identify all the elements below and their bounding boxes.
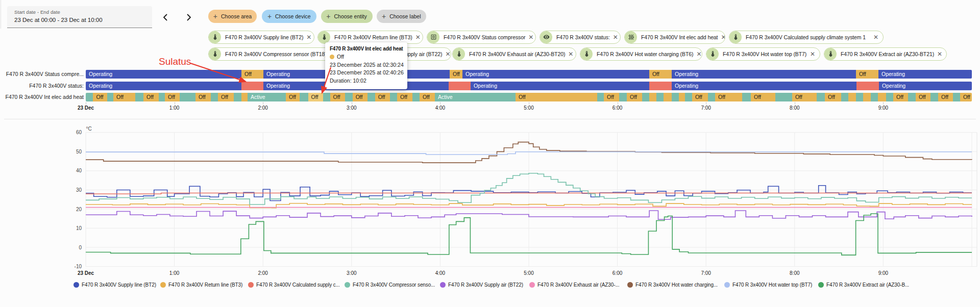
chart-y-tick-label: -10 [75, 264, 82, 269]
legend-label: F470 R 3x400V Supply line (BT2) [82, 282, 156, 288]
timeline-tooltip: F470 R 3x400V Int elec add heat Off 23 D… [325, 42, 407, 89]
legend-label: F470 R 3x400V Hot water top (BT7) [732, 282, 812, 288]
legend-label: F470 R 3x400V Supply air (BT22) [448, 282, 523, 288]
legend-dot [440, 282, 446, 288]
chart-x-tick-label: 6:00 [612, 270, 623, 276]
tooltip-state: Off [337, 54, 344, 60]
chart-y-tick-label: 30 [76, 187, 82, 193]
chart-x-tick-label: 2:00 [258, 270, 268, 276]
tooltip-title: F470 R 3x400V Int elec add heat [330, 46, 403, 52]
legend-dot [74, 282, 79, 288]
legend-label: F470 R 3x400V Exhaust air (AZ30-... [537, 282, 619, 288]
chart-x-tick-label: 3:00 [347, 270, 357, 276]
chart-x-tick-label: 4:00 [435, 270, 446, 276]
chart-y-tick-label: 40 [76, 168, 82, 173]
legend-item[interactable]: F470 R 3x400V Calculated supply c... [248, 282, 340, 288]
chart-unit-label: °C [86, 126, 92, 132]
legend-item[interactable]: F470 R 3x400V Supply line (BT2) [74, 282, 156, 288]
tooltip-start-time: 23 December 2025 at 02:30:24 [330, 62, 403, 68]
legend-dot [818, 282, 824, 288]
legend-item[interactable]: F470 R 3x400V Hot water top (BT7) [724, 282, 812, 288]
legend-item[interactable]: F470 R 3x400V Exhaust air (AZ30-... [529, 282, 619, 288]
legend-item[interactable]: F470 R 3x400V Extract air (AZ30-B... [818, 282, 909, 288]
legend-item[interactable]: F470 R 3x400V Hot water charging... [627, 282, 718, 288]
legend-dot [248, 282, 254, 288]
legend-dot [627, 282, 633, 288]
tooltip-duration: Duration: 10:02 [330, 78, 403, 84]
chart-y-tick-label: 10 [76, 225, 82, 231]
tooltip-state-dot [330, 55, 334, 59]
chart-x-tick-label: 7:00 [701, 270, 711, 276]
chart-y-tick-label: 0 [79, 245, 82, 250]
legend-item[interactable]: F470 R 3x400V Compressor senso... [345, 282, 435, 288]
legend-item[interactable]: F470 R 3x400V Return line (BT3) [160, 282, 242, 288]
legend-dot [160, 282, 166, 288]
chart-x-tick-label: 1:00 [169, 270, 180, 276]
tooltip-end-time: 23 December 2025 at 02:40:26 [330, 69, 403, 75]
legend-item[interactable]: F470 R 3x400V Supply air (BT22) [440, 282, 523, 288]
history-page: Start date - End date 23 Dec at 00:00 - … [0, 0, 980, 307]
legend-label: F470 R 3x400V Compressor senso... [353, 282, 435, 288]
legend-dot [345, 282, 350, 288]
chart-x-tick-label: 8:00 [790, 270, 800, 276]
temperature-chart[interactable]: 6050403020100-10°C23 Dec1:002:003:004:00… [0, 0, 980, 307]
legend-dot [529, 282, 535, 288]
legend-label: F470 R 3x400V Return line (BT3) [168, 282, 242, 288]
chart-x-tick-label: 9:00 [878, 270, 889, 276]
legend-label: F470 R 3x400V Hot water charging... [635, 282, 718, 288]
chart-y-tick-label: 20 [76, 207, 82, 212]
chart-y-tick-label: 60 [76, 130, 82, 135]
chart-y-tick-label: 50 [76, 149, 82, 155]
chart-x-tick-label: 5:00 [524, 270, 534, 276]
legend-label: F470 R 3x400V Extract air (AZ30-B... [826, 282, 909, 288]
legend-label: F470 R 3x400V Calculated supply c... [256, 282, 340, 288]
chart-x-tick-label: 23 Dec [78, 270, 94, 276]
legend-dot [724, 282, 730, 288]
